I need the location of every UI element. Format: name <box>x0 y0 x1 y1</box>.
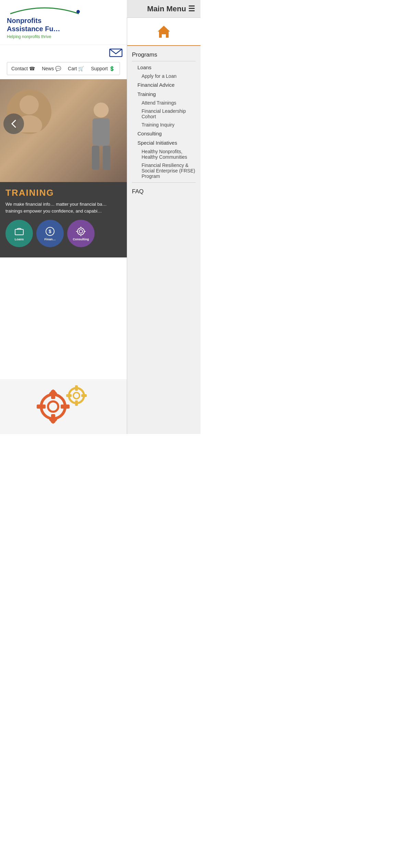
menu-home-icon <box>156 24 171 39</box>
dollar-icon: 💲 <box>109 66 115 71</box>
menu-section-faq: FAQ <box>127 183 200 198</box>
svg-point-15 <box>79 230 83 233</box>
svg-rect-24 <box>37 405 46 409</box>
menu-programs[interactable]: Programs <box>132 49 196 60</box>
slide-body: We make financial info… matter your fina… <box>5 201 121 214</box>
menu-financial-leadership-cohort[interactable]: Financial Leadership Cohort <box>132 107 196 121</box>
slideshow: TRAINING We make financial info… matter … <box>0 79 127 257</box>
svg-rect-11 <box>15 229 23 235</box>
menu-special-initiatives[interactable]: Special Initiatives <box>132 138 196 147</box>
svg-rect-10 <box>103 146 110 170</box>
consulting-icon-circle: Consulting <box>67 220 95 247</box>
gear-icon <box>33 383 94 431</box>
financial-advice-icon-circle: $ Finan… <box>36 220 64 247</box>
menu-training-inquiry[interactable]: Training Inquiry <box>132 121 196 129</box>
bottom-gear-section <box>0 379 127 434</box>
svg-point-31 <box>73 393 80 399</box>
right-dropdown-menu: Programs Loans Apply for a Loan Financia… <box>127 18 200 434</box>
svg-marker-36 <box>158 26 170 38</box>
slide-icons: Loans $ Finan… <box>5 220 121 247</box>
slide-title: TRAINING <box>5 188 121 198</box>
comment-icon: 💬 <box>55 66 61 71</box>
logo-area: NonprofitsAssistance Fu… Helping nonprof… <box>0 0 127 45</box>
svg-rect-25 <box>61 405 70 409</box>
svg-rect-33 <box>75 400 78 406</box>
slide-overlay: TRAINING We make financial info… matter … <box>0 182 127 257</box>
news-link[interactable]: News 💬 <box>42 66 61 71</box>
left-panel: NonprofitsAssistance Fu… Helping nonprof… <box>0 0 127 434</box>
svg-rect-8 <box>93 118 110 146</box>
divider <box>132 61 196 61</box>
menu-loans[interactable]: Loans <box>132 63 196 72</box>
support-link[interactable]: Support 💲 <box>91 66 115 71</box>
svg-point-14 <box>77 228 84 235</box>
email-icon <box>109 48 123 58</box>
svg-point-21 <box>48 401 58 412</box>
menu-training[interactable]: Training <box>132 89 196 99</box>
svg-point-3 <box>76 10 80 13</box>
menu-frse[interactable]: Financial Resiliency & Social Enterprise… <box>132 161 196 180</box>
slide-prev-button[interactable] <box>3 113 24 134</box>
chevron-left-icon <box>9 119 19 129</box>
cart-link[interactable]: Cart 🛒 <box>68 66 84 71</box>
menu-financial-advice[interactable]: Financial Advice <box>132 80 196 89</box>
svg-rect-34 <box>66 394 72 397</box>
email-icon-button[interactable] <box>109 48 123 59</box>
menu-section-programs: Programs Loans Apply for a Loan Financia… <box>127 46 200 182</box>
svg-rect-35 <box>81 394 87 397</box>
svg-text:$: $ <box>49 229 51 234</box>
svg-point-5 <box>20 95 39 114</box>
menu-apply-for-loan[interactable]: Apply for a Loan <box>132 72 196 80</box>
svg-point-7 <box>94 103 109 118</box>
cart-icon: 🛒 <box>78 66 84 71</box>
logo-arc <box>7 5 82 15</box>
logo-tagline: Helping nonprofits thrive <box>7 34 120 39</box>
menu-home-button[interactable] <box>127 18 200 46</box>
menu-healthy-nonprofits[interactable]: Healthy Nonprofits, Healthy Communities <box>132 147 196 161</box>
contact-link[interactable]: Contact ☎ <box>11 66 35 71</box>
phone-icon: ☎ <box>29 66 35 71</box>
svg-rect-9 <box>92 146 99 170</box>
menu-consulting[interactable]: Consulting <box>132 129 196 138</box>
menu-faq[interactable]: FAQ <box>132 186 196 196</box>
svg-rect-32 <box>75 385 78 391</box>
loans-icon-circle: Loans <box>5 220 33 247</box>
org-name: NonprofitsAssistance Fu… <box>7 16 120 33</box>
menu-attend-trainings[interactable]: Attend Trainings <box>132 99 196 107</box>
contact-bar: Contact ☎ News 💬 Cart 🛒 Support 💲 <box>7 62 120 75</box>
